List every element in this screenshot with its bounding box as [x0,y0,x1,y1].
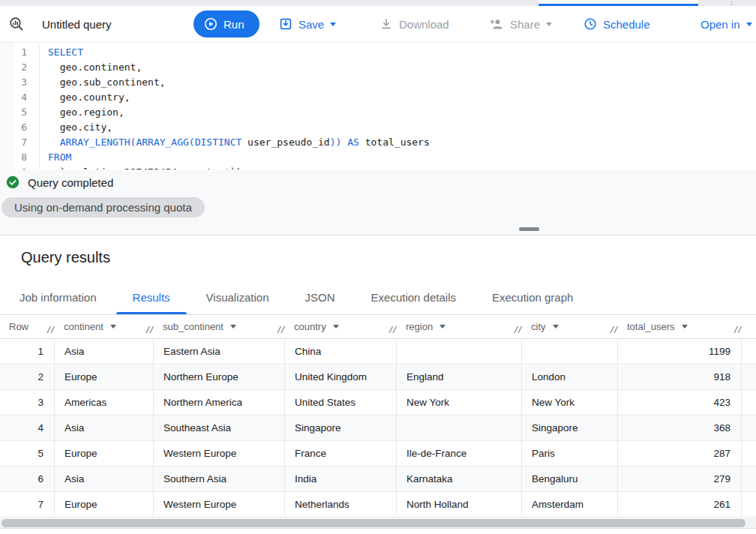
resize-handle-icon[interactable] [514,325,523,336]
schedule-button[interactable]: Schedule [584,6,650,42]
play-circle-icon [204,17,218,31]
cell-sub_continent: Northern America [154,390,285,416]
table-row[interactable]: 4AsiaSoutheast AsiaSingaporeSingapore368 [0,416,756,441]
share-dropdown-caret [546,22,552,26]
open-in-dropdown-caret [746,22,752,26]
cell-region: North Holland [397,492,522,518]
cell-sub_continent: Northern Europe [154,364,285,390]
check-circle-icon [6,176,20,189]
horizontal-scrollbar[interactable] [0,518,756,529]
cell-country: China [285,339,397,364]
resize-handle-icon[interactable] [388,325,398,336]
cell-region: England [397,364,522,390]
scrollbar-thumb[interactable] [2,519,746,527]
row-spacer [742,492,756,518]
sort-dropdown-caret [440,325,446,328]
row-number-cell: 1 [0,339,55,364]
line-number: 8 [0,150,40,165]
save-icon [279,17,292,31]
resize-handle-icon[interactable] [146,325,154,336]
cell-total_users: 368 [618,416,742,441]
cell-city: Paris [522,441,618,466]
row-spacer [742,441,756,466]
row-number-cell: 4 [0,416,55,441]
bigquery-console: Untitled query Run Save [0,0,756,534]
line-number: 1 [0,45,40,60]
sort-dropdown-caret [682,325,688,328]
cell-total_users: 279 [618,466,742,492]
open-in-button[interactable]: Open in [700,6,752,42]
query-magnifier-icon [8,6,25,42]
column-header-total_users[interactable]: total_users [618,321,742,332]
table-row[interactable]: 7EuropeWestern EuropeNetherlandsNorth Ho… [0,492,756,518]
share-button[interactable]: Share [489,6,552,42]
row-spacer [742,390,756,416]
query-title[interactable]: Untitled query [42,6,112,42]
cell-country: United Kingdom [285,364,397,390]
save-button[interactable]: Save [279,6,336,42]
column-header-city[interactable]: city [522,321,618,332]
code-line[interactable]: 5 geo.region, [0,105,756,120]
run-button[interactable]: Run [194,10,260,38]
row-spacer [742,339,756,364]
code-line[interactable]: 7 ARRAY_LENGTH(ARRAY_AGG(DISTINCT user_p… [0,135,756,150]
query-results-header: Query results [0,236,756,282]
clock-icon [584,17,597,31]
resize-handle-icon[interactable] [46,325,56,336]
code-line[interactable]: 4 geo.country, [0,90,756,105]
tab-job-information[interactable]: Job information [3,282,113,314]
column-header-region[interactable]: region [397,321,522,332]
column-header-sub_continent[interactable]: sub_continent [154,321,285,332]
cell-country: Singapore [285,416,397,441]
tab-visualization[interactable]: Visualization [190,282,286,314]
panel-drag-handle[interactable] [519,227,539,231]
sql-editor[interactable]: 1SELECT2 geo.continent,3 geo.sub_contine… [0,43,756,170]
cell-country: United States [285,390,397,416]
column-header-country[interactable]: country [285,321,397,332]
query-toolbar: Untitled query Run Save [0,6,756,43]
column-header-continent[interactable]: continent [55,321,154,332]
query-results-title: Query results [21,249,110,266]
cell-total_users: 1199 [618,339,742,364]
row-spacer [742,416,756,441]
table-row[interactable]: 5EuropeWestern EuropeFranceIle-de-France… [0,441,756,466]
table-row[interactable]: 2EuropeNorthern EuropeUnited KingdomEngl… [0,364,756,390]
cell-sub_continent: Western Europe [154,441,285,466]
table-row[interactable]: 3AmericasNorthern AmericaUnited StatesNe… [0,390,756,416]
code-line[interactable]: 8FROM [0,150,756,165]
row-number-cell: 2 [0,364,55,390]
tab-results[interactable]: Results [116,282,187,314]
tab-execution-details[interactable]: Execution details [355,282,472,314]
cell-total_users: 261 [618,492,742,518]
sort-dropdown-caret [553,325,559,328]
line-number: 6 [0,120,40,135]
tab-execution-graph[interactable]: Execution graph [476,282,590,314]
cell-sub_continent: Southern Asia [154,466,285,492]
query-status-section: Query completed Using on-demand processi… [0,170,756,235]
download-button[interactable]: Download [380,6,449,42]
resize-handle-icon[interactable] [734,325,742,336]
tab-strip-separator [731,1,732,5]
cell-total_users: 918 [618,364,742,390]
code-line[interactable]: 3 geo.sub_continent, [0,75,756,90]
line-number: 5 [0,105,40,120]
cell-region: Ile-de-France [397,441,522,466]
resize-handle-icon[interactable] [277,325,286,336]
table-row[interactable]: 1AsiaEastern AsiaChina1199 [0,339,756,364]
active-editor-tab-indicator[interactable] [538,0,698,6]
code-line[interactable]: 6 geo.city, [0,120,756,135]
cell-city: London [522,364,618,390]
cell-city: New York [522,390,618,416]
line-number: 4 [0,90,40,105]
code-line[interactable]: 2 geo.continent, [0,60,756,75]
results-table-header: Rowcontinentsub_continentcountryregionci… [0,315,756,339]
code-line[interactable]: 1SELECT [0,45,756,60]
table-row[interactable]: 6AsiaSouthern AsiaIndiaKarnatakaBengalur… [0,466,756,492]
tab-json[interactable]: JSON [289,282,352,314]
resize-handle-icon[interactable] [610,325,619,336]
cell-country: Netherlands [285,492,397,518]
cell-region [397,339,522,364]
sort-dropdown-caret [333,325,339,328]
row-number-cell: 5 [0,441,55,466]
code-lines[interactable]: 1SELECT2 geo.continent,3 geo.sub_contine… [0,45,756,170]
